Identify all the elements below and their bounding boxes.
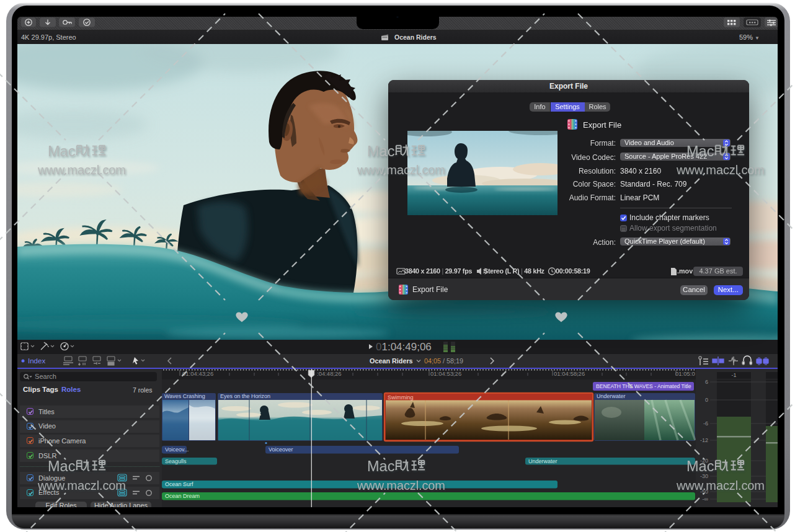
svg-text:-∞: -∞ [703,496,708,502]
svg-text:01:05:0: 01:05:0 [675,370,695,377]
svg-text:-50: -50 [700,489,708,495]
svg-text:Index: Index [28,357,45,365]
svg-text:-20: -20 [700,458,708,464]
svg-text:Swimming: Swimming [388,394,414,401]
svg-text:Eyes on the Horizon: Eyes on the Horizon [220,393,270,399]
svg-text:Ocean Riders: Ocean Riders [370,357,413,365]
svg-text:6: 6 [705,379,708,385]
svg-text:-30: -30 [700,473,708,479]
svg-text:Ocean Surf: Ocean Surf [165,481,193,487]
svg-text:01:04:43;26: 01:04:43;26 [182,370,213,377]
svg-text:Voiceov...: Voiceov... [165,446,189,453]
svg-text:01:04:49;06: 01:04:49;06 [376,341,432,353]
svg-text:Underwater: Underwater [597,393,626,399]
svg-text:Voiceover: Voiceover [269,446,293,453]
svg-text:-6: -6 [703,420,708,427]
svg-text:0: 0 [705,397,708,403]
svg-text:Ocean Dream: Ocean Dream [165,493,200,499]
svg-text:-12: -12 [700,437,708,443]
svg-text:04;05 / 58;19: 04;05 / 58;19 [424,357,463,365]
svg-text:01:04:58;26: 01:04:58;26 [554,370,585,377]
svg-text:Underwater: Underwater [528,458,557,464]
svg-text:Waves Crashing: Waves Crashing [164,393,205,399]
svg-text:Seagulls: Seagulls [165,458,187,464]
svg-text:01:04:53;26: 01:04:53;26 [430,370,461,377]
svg-text::04:48;26: :04:48;26 [317,370,342,377]
svg-text:BENEATH THE WAVES - Animated T: BENEATH THE WAVES - Animated Title [596,383,691,389]
